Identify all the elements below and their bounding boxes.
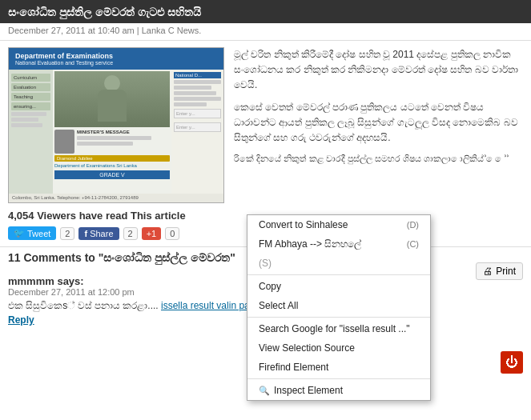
dept-right: National D... Enter y... Enter y... xyxy=(171,70,223,194)
ctx-search-google[interactable]: Search Google for "issella result ..." xyxy=(247,319,430,338)
dept-photo xyxy=(54,71,170,127)
tweet-button[interactable]: 🐦 Tweet xyxy=(8,226,56,240)
body-paragraph-2: කෙසේ වෙතත් මේවරල් ප‍රාණ පුතිකලය යටතේ වෙන… xyxy=(234,100,523,146)
body-paragraph-1: මූල් චරිත නිකුත් කිරීමේදී දෝෂ සහිත වූ 20… xyxy=(234,47,523,94)
dept-footer: Colombo, Sri Lanka. Telephone: +94-11-27… xyxy=(9,194,223,203)
print-button[interactable]: 🖨 Print xyxy=(476,262,523,280)
sidebar-ensuring: ensuring... xyxy=(11,102,50,110)
share-count: 2 xyxy=(123,227,138,240)
ctx-s-item: (S) xyxy=(247,254,430,273)
reply-link[interactable]: Reply xyxy=(8,314,34,326)
minister-photo xyxy=(54,130,74,154)
dept-sidebar: Curriculum Evaluation Teaching ensuring.… xyxy=(9,70,53,194)
diamond-badge: Diamond Jubilee xyxy=(54,155,170,162)
ctx-divider-2 xyxy=(247,317,430,318)
article-title: සංශෝධිත පුස්තිල මේවරත් ගැටළු සහිතයි xyxy=(0,0,531,23)
twitter-icon: 🐦 xyxy=(14,228,25,238)
ctx-divider-3 xyxy=(247,378,430,379)
article-body: මූල් චරිත නිකුත් කිරීමේදී දෝෂ සහිත වූ 20… xyxy=(234,47,523,240)
sidebar-teaching: Teaching xyxy=(11,93,50,101)
ctx-convert-sinhalese[interactable]: Convert to Sinhalese (D) xyxy=(247,215,430,234)
dept-header: Department of Examinations National Eval… xyxy=(9,48,223,70)
left-image-block: Department of Examinations National Eval… xyxy=(8,47,224,240)
dept-main: MINISTER'S MESSAGE Diamond Jubilee Depar… xyxy=(53,70,171,194)
power-icon: ⏻ xyxy=(505,355,518,370)
dept-image: Department of Examinations National Eval… xyxy=(8,47,224,203)
ctx-divider-1 xyxy=(247,274,430,275)
ctx-select-all[interactable]: Select All xyxy=(247,296,430,315)
inspect-icon: 🔍 xyxy=(259,386,270,396)
minister-text: MINISTER'S MESSAGE xyxy=(77,130,170,147)
power-icon-area: ⏻ xyxy=(501,351,523,374)
ctx-inspect-element[interactable]: 🔍 Inspect Element xyxy=(247,381,430,400)
ctx-firefind[interactable]: Firefind Element xyxy=(247,358,430,377)
tweet-count: 2 xyxy=(60,227,74,240)
plus-button[interactable]: +1 xyxy=(142,227,162,240)
context-menu: Convert to Sinhalese (D) FM Abhaya --> ස… xyxy=(247,214,431,401)
sidebar-evaluation: Evaluation xyxy=(11,83,50,91)
dept-subtitle2: Department of Examinations Sri Lanka xyxy=(54,163,170,168)
ctx-view-source[interactable]: View Selection Source xyxy=(247,338,430,358)
zero-count: 0 xyxy=(165,227,179,240)
social-buttons: 🐦 Tweet 2 f Share 2 +1 0 xyxy=(8,226,224,240)
print-icon: 🖨 xyxy=(483,266,493,277)
ctx-copy[interactable]: Copy xyxy=(247,277,430,296)
ctx-fm-abhaya[interactable]: FM Abhaya --> සිනහලේ (C) xyxy=(247,234,430,254)
print-area: 🖨 Print xyxy=(476,262,523,280)
share-button[interactable]: f Share xyxy=(78,227,119,240)
article-date: December 27, 2011 at 10:40 am | Lanka C … xyxy=(0,23,531,41)
minister-section: MINISTER'S MESSAGE xyxy=(54,130,170,154)
news-headlines-col: News Headlines Sinhala | Tamil | English xyxy=(12,202,220,203)
power-button[interactable]: ⏻ xyxy=(501,351,523,374)
news-section: News Headlines Sinhala | Tamil | English xyxy=(12,202,220,203)
grade-box: GRADE V xyxy=(54,170,170,179)
sidebar-curriculum: Curriculum xyxy=(11,74,50,82)
facebook-icon: f xyxy=(84,229,87,238)
viewers-count: 4,054 Viewers have read This article xyxy=(8,210,224,222)
dept-body: Curriculum Evaluation Teaching ensuring.… xyxy=(9,70,223,194)
body-paragraph-3: රිකේ දිනයේ නිකුත් කළ වාරදී පුස්ල්ල සමහර … xyxy=(234,152,523,180)
